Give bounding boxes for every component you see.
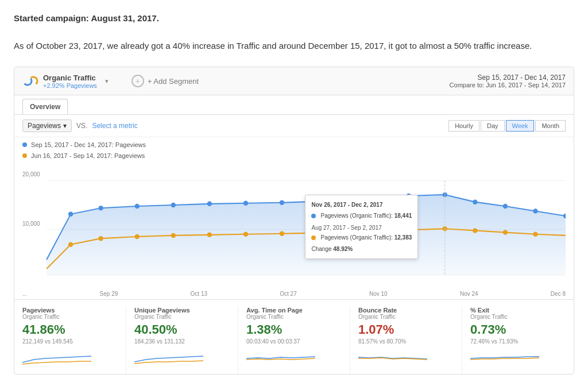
tooltip-blue-dot — [311, 214, 316, 218]
tooltip-orange-dot — [311, 235, 316, 240]
stat-unique-value: 40.50% — [134, 322, 230, 337]
tooltip-row3: Pageviews (Organic Traffic): 12,383 — [311, 233, 412, 242]
date-main: Sep 15, 2017 - Dec 14, 2017 — [450, 74, 566, 82]
stat-pageviews-sub: Organic Traffic — [22, 314, 118, 320]
stat-exit-value: 0.73% — [470, 322, 566, 337]
x-label-2: Oct 13 — [191, 291, 207, 297]
segment-label: Organic Traffic — [43, 74, 97, 82]
tooltip-row1: Pageviews (Organic Traffic): 18,441 — [311, 211, 412, 221]
chart-x-labels: ... Sep 29 Oct 13 Oct 27 Nov 10 Nov 24 D… — [14, 291, 574, 297]
date-compare: Compare to: Jun 16, 2017 - Sep 14, 2017 — [450, 82, 566, 88]
tab-bar: Overview — [14, 95, 574, 115]
stat-bounce-compare: 81.57% vs 80.70% — [358, 338, 454, 345]
header-section: Started campaign: August 31, 2017. As of… — [14, 11, 574, 53]
stat-pageviews-value: 41.86% — [22, 322, 118, 337]
chart-tooltip: Nov 26, 2017 - Dec 2, 2017 Pageviews (Or… — [305, 195, 418, 259]
stat-bounce-value: 1.07% — [358, 322, 454, 337]
stat-exit-compare: 72.46% vs 71.93% — [470, 338, 566, 345]
add-segment-circle-icon: + — [131, 75, 144, 87]
svg-point-10 — [280, 200, 284, 205]
segment-item[interactable]: Organic Traffic +2.92% Pageviews ▾ — [22, 73, 109, 89]
time-buttons: Hourly Day Week Month — [448, 120, 566, 132]
x-label-1: Sep 29 — [100, 291, 118, 297]
chart-area: 20,000 10,000 — [14, 163, 574, 289]
svg-point-20 — [68, 242, 73, 247]
y-label-10k: 10,000 — [22, 221, 40, 227]
stat-bounce: Bounce Rate Organic Traffic 1.07% 81.57%… — [350, 307, 462, 374]
legend-line1-date: Sep 15, 2017 - Dec 14, 2017: — [31, 141, 114, 148]
x-label-0: ... — [22, 291, 27, 297]
svg-point-26 — [280, 231, 284, 236]
stat-unique-title: Unique Pageviews — [134, 307, 230, 314]
organic-traffic-icon — [22, 73, 38, 89]
stat-exit: % Exit Organic Traffic 0.73% 72.46% vs 7… — [462, 307, 574, 374]
svg-point-25 — [243, 232, 248, 237]
legend-line2-metric: Pageviews — [114, 152, 145, 159]
tooltip-row2: Aug 27, 2017 - Sep 2, 2017 — [311, 223, 412, 233]
stat-avg-title: Avg. Time on Page — [246, 307, 342, 314]
x-label-6: Dec 8 — [551, 291, 566, 297]
svg-point-16 — [473, 200, 477, 204]
stat-bounce-sub: Organic Traffic — [358, 314, 454, 320]
vs-label: VS. — [76, 122, 87, 130]
stat-pageviews-compare: 212,149 vs 149,545 — [22, 338, 118, 345]
stat-avg-sub: Organic Traffic — [246, 314, 342, 320]
stat-pageviews-title: Pageviews — [22, 307, 118, 314]
metrics-left: Pageviews ▾ VS. Select a metric — [22, 119, 138, 132]
svg-point-18 — [533, 209, 537, 214]
svg-point-7 — [171, 203, 176, 207]
stat-avg-time: Avg. Time on Page Organic Traffic 1.38% … — [238, 307, 350, 374]
blue-dot — [68, 212, 73, 217]
svg-point-17 — [503, 204, 508, 208]
stat-avg-chart — [246, 348, 315, 365]
stat-exit-title: % Exit — [470, 307, 566, 314]
tooltip-row3-label: Pageviews (Organic Traffic): 12,383 — [320, 233, 412, 242]
chart-svg — [22, 175, 566, 278]
x-label-4: Nov 10 — [369, 291, 388, 297]
time-btn-month[interactable]: Month — [535, 120, 566, 132]
tooltip-title: Nov 26, 2017 - Dec 2, 2017 — [311, 200, 412, 210]
svg-point-21 — [98, 236, 103, 241]
x-label-3: Oct 27 — [280, 291, 296, 297]
stat-avg-value: 1.38% — [246, 322, 342, 337]
svg-point-33 — [503, 230, 508, 235]
legend-line2: Jun 16, 2017 - Sep 14, 2017: Pageviews — [22, 150, 566, 161]
legend-line1: Sep 15, 2017 - Dec 14, 2017: Pageviews — [22, 140, 566, 150]
svg-point-8 — [207, 202, 212, 206]
metric-dropdown-arrow: ▾ — [63, 122, 67, 130]
time-btn-week[interactable]: Week — [506, 120, 535, 132]
segment-dropdown-arrow[interactable]: ▾ — [105, 78, 109, 85]
add-segment-button[interactable]: + + Add Segment — [131, 75, 199, 87]
stat-exit-chart — [470, 348, 539, 365]
legend-line2-date: Jun 16, 2017 - Sep 14, 2017: — [31, 152, 113, 159]
legend-line1-metric: Pageviews — [115, 141, 146, 148]
segment-sublabel: +2.92% Pageviews — [43, 82, 97, 89]
svg-point-9 — [243, 201, 248, 206]
select-metric[interactable]: Select a metric — [92, 122, 137, 130]
svg-point-22 — [135, 234, 140, 239]
tab-overview[interactable]: Overview — [22, 99, 68, 114]
metric-dropdown[interactable]: Pageviews ▾ — [22, 119, 72, 132]
stats-row: Pageviews Organic Traffic 41.86% 212,149… — [14, 299, 574, 374]
stat-unique-compare: 184,236 vs 131,132 — [134, 338, 230, 345]
legend-orange-dot — [22, 153, 27, 158]
x-label-5: Nov 24 — [460, 291, 478, 297]
time-btn-hourly[interactable]: Hourly — [448, 120, 479, 132]
stat-bounce-chart — [358, 348, 427, 365]
stat-unique-chart — [134, 348, 203, 365]
stat-unique-sub: Organic Traffic — [134, 314, 230, 320]
legend-blue-dot — [22, 142, 27, 147]
metrics-bar: Pageviews ▾ VS. Select a metric Hourly D… — [14, 115, 574, 137]
metric-label: Pageviews — [28, 122, 61, 130]
time-btn-day[interactable]: Day — [481, 120, 505, 132]
svg-point-24 — [207, 233, 212, 237]
analytics-container: Organic Traffic +2.92% Pageviews ▾ + + A… — [14, 67, 574, 374]
svg-point-6 — [135, 204, 140, 208]
stat-pageviews: Pageviews Organic Traffic 41.86% 212,149… — [14, 307, 126, 374]
legend-bar: Sep 15, 2017 - Dec 14, 2017: Pageviews J… — [14, 137, 574, 163]
svg-point-0 — [24, 77, 32, 85]
tooltip-change: Change 48.92% — [311, 244, 412, 254]
svg-point-23 — [171, 233, 176, 238]
stat-unique-pageviews: Unique Pageviews Organic Traffic 40.50% … — [126, 307, 238, 374]
stat-avg-compare: 00:03:40 vs 00:03:37 — [246, 338, 342, 345]
